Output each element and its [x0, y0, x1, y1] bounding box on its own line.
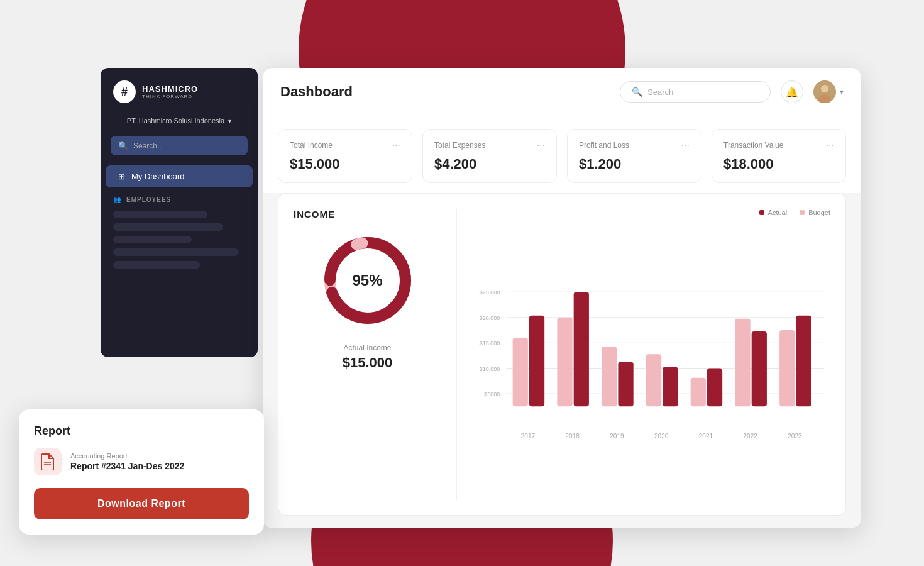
report-file-icon: [34, 448, 62, 475]
kpi-menu-icon[interactable]: ···: [681, 140, 690, 151]
report-name: Report #2341 Jan-Des 2022: [70, 461, 184, 471]
kpi-value: $1.200: [579, 156, 690, 172]
income-title-row: INCOME: [294, 209, 335, 220]
svg-point-1: [821, 85, 828, 92]
kpi-row: Total Income ··· $15.000 Total Expenses …: [263, 116, 861, 193]
search-icon: 🔍: [118, 141, 128, 150]
bar-chart-svg: $25.000 $20.000 $15.000 $10.000 $5000 20…: [475, 224, 830, 500]
sidebar-skeleton-1: [113, 211, 207, 218]
income-title: INCOME: [294, 209, 335, 219]
bar-legend: Actual Budget: [475, 209, 830, 216]
report-item: Accounting Report Report #2341 Jan-Des 2…: [34, 448, 249, 475]
svg-rect-23: [618, 362, 633, 407]
company-selector[interactable]: PT. Hashmicro Solusi Indonesia ▾: [101, 113, 258, 128]
svg-text:$5000: $5000: [484, 391, 500, 397]
svg-rect-35: [796, 316, 811, 407]
bell-icon: 🔔: [786, 86, 798, 98]
legend-budget-label: Budget: [808, 209, 830, 216]
donut-chart: 95%: [317, 230, 418, 331]
dashboard-panel: Dashboard 🔍 🔔 ▾: [263, 68, 861, 528]
svg-rect-31: [735, 319, 750, 406]
svg-rect-25: [646, 354, 661, 406]
svg-rect-26: [663, 367, 678, 407]
donut-area: INCOME 95% Actual Income $15.000: [294, 209, 457, 500]
search-bar[interactable]: 🔍: [620, 81, 771, 103]
svg-rect-22: [602, 347, 617, 406]
bar-chart-area: Actual Budget $25.000 $20.000 $1: [457, 209, 830, 500]
svg-rect-29: [707, 369, 722, 407]
kpi-card-income: Total Income ··· $15.000: [278, 129, 412, 183]
svg-text:2020: 2020: [654, 433, 669, 440]
sidebar-skeleton-4: [113, 248, 239, 256]
svg-text:$10.000: $10.000: [480, 366, 500, 372]
svg-rect-32: [752, 331, 767, 406]
svg-rect-34: [779, 330, 795, 406]
kpi-header: Total Income ···: [290, 140, 400, 151]
svg-rect-16: [513, 338, 528, 406]
kpi-label: Total Expenses: [434, 141, 485, 150]
dashboard-icon: ⊞: [118, 172, 125, 181]
kpi-label: Profit and Loss: [579, 141, 629, 150]
kpi-menu-icon[interactable]: ···: [392, 140, 400, 151]
kpi-header: Profit and Loss ···: [579, 140, 690, 151]
download-report-button[interactable]: Download Report: [34, 488, 249, 519]
svg-text:2021: 2021: [699, 433, 713, 440]
avatar-chevron-icon: ▾: [840, 87, 844, 96]
kpi-menu-icon[interactable]: ···: [826, 140, 834, 151]
kpi-menu-icon[interactable]: ···: [537, 140, 545, 151]
sidebar-logo: # HASHMICRO THINK FORWARD: [101, 80, 258, 113]
avatar-button[interactable]: ▾: [813, 80, 844, 103]
logo-name: HASHMICRO: [142, 84, 198, 94]
topbar-right: 🔍 🔔 ▾: [620, 80, 844, 103]
sidebar-skeleton-2: [113, 223, 223, 231]
kpi-card-transaction: Transaction Value ··· $18.000: [712, 129, 846, 183]
search-icon: 🔍: [632, 87, 642, 97]
legend-budget: Budget: [800, 209, 830, 216]
legend-actual-dot: [759, 210, 764, 215]
report-type: Accounting Report: [70, 452, 184, 460]
svg-rect-20: [574, 292, 589, 406]
bar-chart-container: $25.000 $20.000 $15.000 $10.000 $5000 20…: [475, 224, 830, 500]
notification-bell-button[interactable]: 🔔: [781, 80, 803, 103]
svg-text:$20.000: $20.000: [480, 315, 500, 321]
svg-text:$25.000: $25.000: [480, 289, 500, 296]
sidebar-item-label: My Dashboard: [131, 172, 185, 181]
svg-text:2019: 2019: [610, 433, 624, 440]
svg-rect-28: [691, 378, 706, 406]
sidebar-skeleton-3: [113, 236, 192, 243]
avatar: [813, 80, 836, 103]
kpi-card-profit: Profit and Loss ··· $1.200: [567, 129, 701, 183]
topbar: Dashboard 🔍 🔔 ▾: [263, 68, 861, 116]
svg-text:2018: 2018: [565, 433, 580, 440]
search-input[interactable]: [647, 87, 759, 97]
sidebar-section-employees: 👥 EMPLOYEES: [101, 190, 258, 206]
actual-income-value: $15.000: [343, 355, 393, 371]
income-section: INCOME 95% Actual Income $15.000: [278, 193, 846, 516]
kpi-header: Transaction Value ···: [723, 140, 834, 151]
logo-tagline: THINK FORWARD: [142, 94, 198, 99]
company-name: PT. Hashmicro Solusi Indonesia: [127, 117, 224, 125]
sidebar: # HASHMICRO THINK FORWARD PT. Hashmicro …: [101, 68, 258, 357]
svg-text:2022: 2022: [743, 433, 757, 440]
kpi-value: $18.000: [723, 156, 834, 172]
svg-text:$15.000: $15.000: [480, 340, 500, 347]
kpi-value: $4.200: [434, 156, 545, 172]
employees-icon: 👥: [113, 196, 121, 203]
sidebar-search-bar[interactable]: 🔍: [111, 136, 248, 155]
sidebar-search-input[interactable]: [133, 142, 240, 150]
svg-rect-17: [529, 316, 544, 407]
legend-actual: Actual: [759, 209, 788, 216]
section-label: EMPLOYEES: [126, 196, 171, 203]
legend-actual-label: Actual: [768, 209, 788, 216]
logo-text: HASHMICRO THINK FORWARD: [142, 84, 198, 99]
report-info: Accounting Report Report #2341 Jan-Des 2…: [70, 452, 184, 471]
page-title: Dashboard: [280, 84, 353, 100]
sidebar-skeleton-5: [113, 261, 200, 269]
kpi-card-expenses: Total Expenses ··· $4.200: [422, 129, 557, 183]
kpi-value: $15.000: [290, 156, 400, 172]
chevron-down-icon: ▾: [228, 118, 231, 125]
svg-rect-19: [557, 318, 572, 407]
report-card-title: Report: [34, 425, 249, 438]
sidebar-item-dashboard[interactable]: ⊞ My Dashboard: [106, 165, 253, 187]
svg-text:2017: 2017: [521, 433, 536, 440]
